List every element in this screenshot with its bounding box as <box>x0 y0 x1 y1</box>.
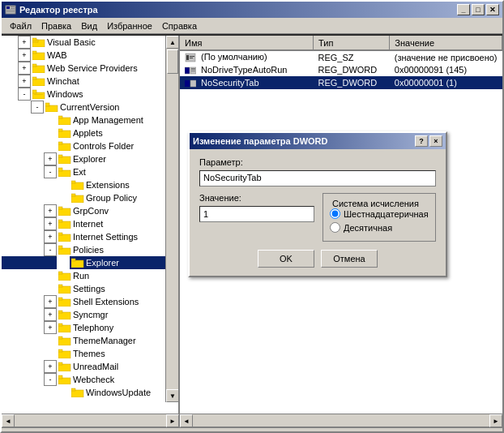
dialog-titlebar: Изменение параметра DWORD ? × <box>190 133 446 149</box>
dialog-buttons: OK Отмена <box>199 250 436 268</box>
value-label: Значение: <box>199 193 314 203</box>
dialog-title: Изменение параметра DWORD <box>193 136 327 146</box>
dialog-value-row: Значение: Система исчисления Шестнадцате… <box>199 193 436 242</box>
dialog-help-btn[interactable]: ? <box>415 135 428 147</box>
dialog-overlay: Изменение параметра DWORD ? × Параметр: … <box>2 2 502 431</box>
radio-dec-row: Десятичная <box>330 222 429 233</box>
dialog-title-buttons: ? × <box>415 135 442 147</box>
radio-hex[interactable] <box>330 208 340 219</box>
radio-hex-row: Шестнадцатеричная <box>330 208 429 219</box>
param-display: NoSecurityTab <box>199 170 436 186</box>
dialog-close-btn[interactable]: × <box>429 135 442 147</box>
param-value-text: NoSecurityTab <box>203 173 262 182</box>
param-label: Параметр: <box>199 157 436 167</box>
value-section: Значение: <box>199 193 314 222</box>
radio-hex-label: Шестнадцатеричная <box>344 209 429 219</box>
radio-dec-label: Десятичная <box>344 223 392 233</box>
cancel-button[interactable]: Отмена <box>321 250 378 268</box>
dword-edit-dialog: Изменение параметра DWORD ? × Параметр: … <box>188 131 447 277</box>
value-input[interactable] <box>199 206 314 222</box>
number-system-section: Система исчисления Шестнадцатеричная Дес… <box>322 193 436 242</box>
number-system-legend: Система исчисления <box>330 199 421 208</box>
radio-dec[interactable] <box>330 222 340 233</box>
dialog-body: Параметр: NoSecurityTab Значение: Систем… <box>190 149 446 276</box>
ok-button[interactable]: OK <box>258 250 314 268</box>
